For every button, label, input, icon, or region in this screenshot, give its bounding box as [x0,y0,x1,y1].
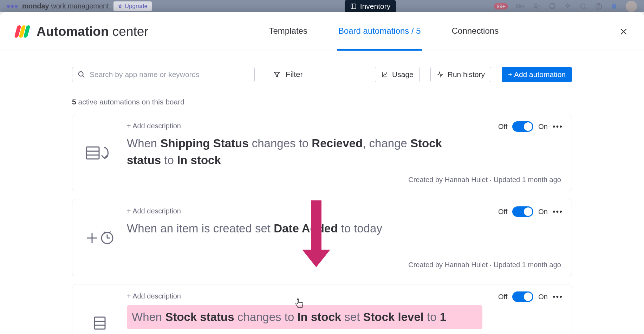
sparkle-icon[interactable] [564,2,572,10]
search-input[interactable] [72,67,255,82]
search-icon [78,71,85,78]
tab-board-automations[interactable]: Board automations / 5 [337,12,422,51]
add-description-button[interactable]: + Add description [127,207,561,215]
user-add-icon[interactable] [533,2,541,10]
upgrade-button[interactable]: Upgrade [113,1,152,11]
app-icon[interactable] [610,2,618,10]
window-tab-inventory[interactable]: Inventory [345,0,396,13]
automation-meta: Created by Hannah Hulet · Updated 1 mont… [127,261,561,269]
more-menu-icon[interactable]: ••• [553,207,563,216]
automation-count: 5 active automations on this board [72,98,572,106]
tab-templates[interactable]: Templates [268,12,309,51]
usage-button[interactable]: Usage [375,67,420,82]
toggle-off-label: Off [498,293,507,301]
status-change-icon [83,122,116,184]
cursor-hand-icon [294,298,304,309]
tab-connections[interactable]: Connections [450,12,500,51]
toggle-off-label: Off [498,208,507,216]
more-menu-icon[interactable]: ••• [553,292,563,301]
puzzle-icon[interactable] [548,2,556,10]
notification-badge[interactable]: 99+ [494,3,508,9]
activity-icon [437,71,444,78]
more-menu-icon[interactable]: ••• [553,122,563,131]
filter-icon [273,71,281,78]
toggle-on-label: On [538,208,548,216]
help-icon[interactable] [595,2,603,10]
add-description-button[interactable]: + Add description [127,122,561,130]
close-icon[interactable] [619,27,628,36]
avatar[interactable] [626,1,637,12]
page-title: Automation center [37,24,149,39]
automation-recipe: When Shipping Status changes to Recieved… [127,135,464,169]
svg-rect-0 [351,4,356,9]
filter-button[interactable]: Filter [273,70,303,79]
svg-point-2 [535,4,537,6]
svg-line-6 [585,7,586,9]
toggle-on-label: On [538,123,548,131]
automation-toggle[interactable] [512,206,533,217]
svg-rect-23 [95,317,105,329]
svg-point-11 [79,72,83,76]
status-icon [83,292,116,334]
automation-logo-icon [16,25,29,38]
add-automation-button[interactable]: + Add automation [502,67,572,82]
chart-icon [381,71,388,78]
monday-logo-icon [7,5,18,8]
inbox-badge[interactable]: 99+ [516,3,525,9]
item-created-icon [83,207,116,269]
automation-toggle[interactable] [512,291,533,302]
svg-point-5 [581,4,585,8]
svg-line-12 [83,76,85,78]
automation-card[interactable]: + Add description When Stock status chan… [72,284,572,334]
run-history-button[interactable]: Run history [430,67,491,82]
add-description-button[interactable]: + Add description [127,292,561,300]
automation-recipe: When Stock status changes to In stock se… [127,305,482,329]
toggle-on-label: On [538,293,548,301]
automation-toggle[interactable] [512,121,533,132]
svg-point-8 [599,8,599,8]
toggle-off-label: Off [498,123,507,131]
automation-card[interactable]: + Add description When Shipping Status c… [72,114,572,191]
automation-meta: Created by Hannah Hulet · Updated 1 mont… [127,176,561,184]
svg-rect-13 [86,147,99,159]
annotation-arrow-icon [292,197,341,274]
search-icon[interactable] [579,2,587,10]
